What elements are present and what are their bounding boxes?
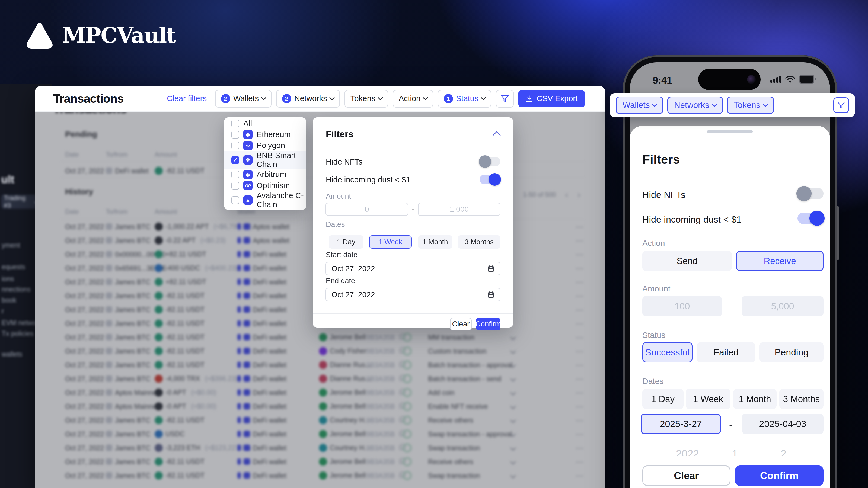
mobile-filter-bar: WalletsNetworksTokens xyxy=(610,93,855,117)
date-preset-1-day[interactable]: 1 Day xyxy=(329,235,364,249)
status-bar-time: 9:41 xyxy=(653,75,672,86)
filter-funnel-button[interactable] xyxy=(496,90,514,108)
network-option-label: Avalanche C-Chain xyxy=(257,191,306,209)
filter-chip-action[interactable]: Action xyxy=(393,90,433,108)
csv-export-label: CSV Export xyxy=(537,94,578,103)
amount-min-input[interactable] xyxy=(326,203,408,216)
checkbox[interactable] xyxy=(231,196,239,204)
hide-dust-toggle[interactable] xyxy=(479,174,500,184)
network-option-ethereum[interactable]: ◆Ethereum xyxy=(224,129,306,140)
hide-dust-label: Hide incoming dust < $1 xyxy=(642,214,742,225)
mobile-filter-chip-networks[interactable]: Networks xyxy=(667,97,723,114)
mobile-funnel-button[interactable] xyxy=(833,97,849,113)
amount-label: Amount xyxy=(642,284,670,293)
chevron-down-icon xyxy=(329,95,335,100)
arbitrum-icon: ◈ xyxy=(243,170,252,179)
networks-dropdown: All◆Ethereum∞Polygon✓❖BNB Smart Chain◈Ar… xyxy=(224,118,306,210)
hide-nfts-toggle[interactable] xyxy=(798,188,824,199)
workspace-selector[interactable]: Trading #3 xyxy=(1,195,38,209)
chip-count-badge: 1 xyxy=(444,94,453,103)
status-option-pending[interactable]: Pending xyxy=(760,342,824,362)
date-preset-1-month[interactable]: 1 Month xyxy=(418,235,453,249)
sheet-grabber[interactable] xyxy=(707,130,753,133)
sidebar-item-ions[interactable]: ions xyxy=(2,275,14,283)
filter-chip-networks[interactable]: 2Networks xyxy=(276,90,340,108)
transactions-body: TransactionsPendingDateTo/fromAmountOct … xyxy=(35,112,606,488)
date-preset-1-week[interactable]: 1 Week xyxy=(369,235,412,249)
hide-nfts-label: Hide NFTs xyxy=(326,158,362,166)
phone-screen: 9:41 Filters Hide NFTs xyxy=(630,62,830,488)
page-title: Transactions xyxy=(53,92,123,105)
modal-confirm-button[interactable]: Confirm xyxy=(476,318,500,330)
hide-dust-toggle[interactable] xyxy=(798,213,824,224)
amount-min-input[interactable]: 100 xyxy=(642,296,722,316)
sidebar-item-book[interactable]: book xyxy=(2,296,16,304)
checkbox[interactable] xyxy=(231,120,239,127)
csv-export-button[interactable]: CSV Export xyxy=(518,90,585,107)
network-option-all[interactable]: All xyxy=(224,118,306,129)
mobile-filter-chip-wallets[interactable]: Wallets xyxy=(616,97,663,114)
checkbox[interactable] xyxy=(231,141,239,150)
network-option-arbitrum[interactable]: ◈Arbitrum xyxy=(224,169,306,180)
network-option-avalanche-c-chain[interactable]: ▲Avalanche C-Chain xyxy=(224,191,306,209)
chevron-down-icon xyxy=(712,102,717,107)
sidebar-item-nnections[interactable]: nnections xyxy=(2,286,31,293)
action-option-send[interactable]: Send xyxy=(642,251,732,271)
action-option-receive[interactable]: Receive xyxy=(736,251,824,271)
amount-range-separator: - xyxy=(729,301,733,312)
date-preset-3-months[interactable]: 3 Months xyxy=(779,389,824,409)
network-option-label: BNB Smart Chain xyxy=(257,151,306,169)
wifi-icon xyxy=(785,75,795,83)
sheet-confirm-button[interactable]: Confirm xyxy=(735,465,824,486)
date-preset-1-week[interactable]: 1 Week xyxy=(686,389,731,409)
filter-chip-status[interactable]: 1Status xyxy=(438,90,491,108)
amount-max-input[interactable]: 5,000 xyxy=(742,296,824,316)
date-preset-3-months[interactable]: 3 Months xyxy=(458,235,500,249)
brand-name: MPCVault xyxy=(62,23,176,48)
sidebar-item-r[interactable]: r xyxy=(2,307,4,315)
start-date-input[interactable]: Oct 27, 2022 xyxy=(326,262,500,275)
picker-wheel-value: 2022 xyxy=(676,448,699,456)
collapse-button[interactable] xyxy=(492,130,501,136)
sidebar-logo-partial: ult xyxy=(1,173,14,186)
sidebar-item-equests[interactable]: equests xyxy=(2,263,26,271)
phone-mockup: 9:41 Filters Hide NFTs xyxy=(623,55,837,488)
phone-power-button xyxy=(837,206,839,260)
checkbox[interactable] xyxy=(231,182,239,190)
dates-label: Dates xyxy=(642,377,663,386)
date-picker-wheel: 202212 xyxy=(642,448,824,456)
amount-max-input[interactable] xyxy=(418,203,500,216)
checkbox-checked[interactable]: ✓ xyxy=(231,156,239,164)
checkbox[interactable] xyxy=(231,170,239,178)
mobile-filter-chip-tokens[interactable]: Tokens xyxy=(727,97,774,114)
end-date-input[interactable]: Oct 27, 2022 xyxy=(326,288,500,301)
chevron-up-icon xyxy=(492,130,501,136)
sidebar-item-yment[interactable]: yment xyxy=(2,241,20,249)
end-date-value: 2025-04-03 xyxy=(759,419,806,429)
modal-clear-button[interactable]: Clear xyxy=(450,318,472,330)
clear-filters-link[interactable]: Clear filters xyxy=(167,94,207,103)
date-preset-1-day[interactable]: 1 Day xyxy=(642,389,684,409)
filter-chip-tokens[interactable]: Tokens xyxy=(344,90,388,108)
status-option-successful[interactable]: Successful xyxy=(642,342,692,362)
sidebar-item-wallets[interactable]: wallets xyxy=(2,350,22,358)
sidebar-item-tx-policies[interactable]: Tx policies xyxy=(2,330,34,337)
network-option-label: All xyxy=(243,119,252,128)
amount-label: Amount xyxy=(326,192,351,201)
start-date-input[interactable]: 2025-3-27 xyxy=(641,414,721,434)
picker-wheel-value: 2 xyxy=(781,448,786,456)
filter-chip-wallets[interactable]: 2Wallets xyxy=(215,90,272,108)
bnb-icon: ❖ xyxy=(243,155,252,165)
checkbox[interactable] xyxy=(231,131,239,138)
hide-nfts-toggle[interactable] xyxy=(479,157,500,166)
sheet-clear-button[interactable]: Clear xyxy=(642,465,731,486)
date-preset-1-month[interactable]: 1 Month xyxy=(733,389,777,409)
network-option-optimism[interactable]: OPOptimism xyxy=(224,180,306,191)
status-option-failed[interactable]: Failed xyxy=(697,342,755,362)
network-option-polygon[interactable]: ∞Polygon xyxy=(224,140,306,151)
chevron-down-icon xyxy=(423,95,428,100)
end-date-input[interactable]: 2025-04-03 xyxy=(742,414,824,434)
status-label: Status xyxy=(642,330,665,340)
network-option-bnb-smart-chain[interactable]: ✓❖BNB Smart Chain xyxy=(224,151,306,169)
toggle-knob xyxy=(809,210,825,226)
